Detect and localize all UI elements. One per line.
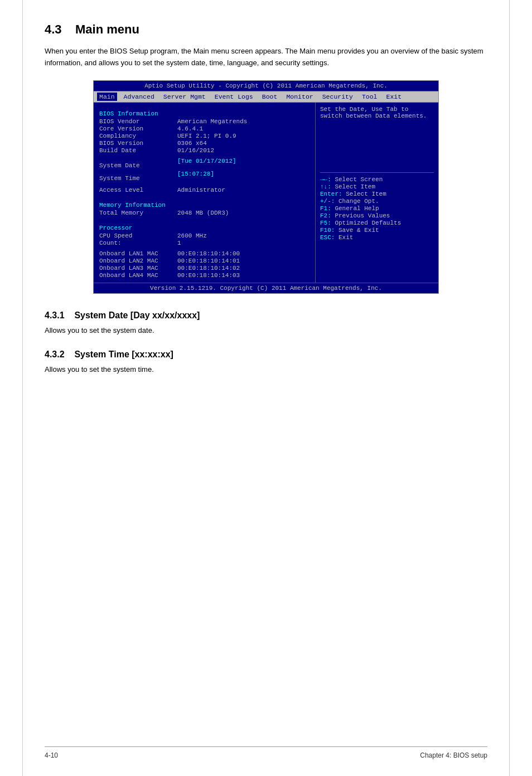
- access-level-row: Access Level Administrator: [99, 187, 309, 193]
- total-memory-row: Total Memory 2048 MB (DDR3): [99, 210, 309, 216]
- bios-menu-advanced[interactable]: Advanced: [122, 93, 157, 101]
- cpu-speed-val: 2600 MHz: [177, 232, 207, 239]
- total-memory-key: Total Memory: [99, 210, 177, 216]
- system-date-val: [Tue 01/17/2012]: [177, 158, 236, 170]
- section-number: 4.3: [45, 22, 62, 36]
- system-time-val: [15:07:28]: [177, 171, 214, 183]
- lan4-key: Onboard LAN4 MAC: [99, 272, 177, 279]
- bios-vendor-val: American Megatrends: [177, 118, 247, 125]
- nav-f1: F1: General Help: [320, 205, 434, 212]
- bios-vendor-key: BIOS Vendor: [99, 118, 177, 125]
- bios-version-val: 0306 x64: [177, 140, 207, 147]
- count-val: 1: [177, 240, 181, 246]
- compliancy-val: UEFI 2.1; PI 0.9: [177, 133, 236, 139]
- bios-help-line1: Set the Date, Use Tab to: [320, 106, 434, 113]
- system-date-key: System Date: [99, 162, 177, 169]
- bios-left-panel: BIOS Information BIOS Vendor American Me…: [94, 103, 316, 283]
- system-time-key: System Time: [99, 175, 177, 182]
- nav-f10: F10: Save & Exit: [320, 227, 434, 234]
- lan3-val: 00:E0:18:10:14:02: [177, 265, 240, 271]
- build-date-key: Build Date: [99, 147, 177, 154]
- bios-info-label: BIOS Information: [99, 110, 309, 117]
- system-date-row: System Date [Tue 01/17/2012]: [99, 158, 309, 170]
- lan1-row: Onboard LAN1 MAC 00:E0:18:10:14:00: [99, 250, 309, 257]
- core-version-row: Core Version 4.6.4.1: [99, 125, 309, 132]
- lan3-row: Onboard LAN3 MAC 00:E0:18:10:14:02: [99, 265, 309, 271]
- bios-nav-help: →←: Select Screen ↑↓: Select Item Enter:…: [320, 176, 434, 241]
- bios-menu-main[interactable]: Main: [97, 93, 117, 101]
- access-level-val: Administrator: [177, 187, 225, 193]
- subsection-432-title: 4.3.2 System Time [xx:xx:xx]: [45, 350, 487, 360]
- cpu-speed-key: CPU Speed: [99, 232, 177, 239]
- system-time-row: System Time [15:07:28]: [99, 171, 309, 183]
- lan2-row: Onboard LAN2 MAC 00:E0:18:10:14:01: [99, 258, 309, 264]
- bios-menu-boot[interactable]: Boot: [260, 93, 280, 101]
- subsection-432-desc: Allows you to set the system time.: [45, 364, 487, 376]
- bios-vendor-row: BIOS Vendor American Megatrends: [99, 118, 309, 125]
- nav-enter: Enter: Select Item: [320, 191, 434, 197]
- section-description: When you enter the BIOS Setup program, t…: [45, 46, 487, 69]
- lan1-key: Onboard LAN1 MAC: [99, 250, 177, 257]
- footer-page-number: 4-10: [45, 751, 58, 759]
- lan4-val: 00:E0:18:10:14:03: [177, 272, 240, 279]
- subsection-432-title-text: System Time [xx:xx:xx]: [74, 350, 173, 359]
- bios-version-row: BIOS Version 0306 x64: [99, 140, 309, 147]
- bios-menu-tool[interactable]: Tool: [360, 93, 380, 101]
- lan1-val: 00:E0:18:10:14:00: [177, 250, 240, 257]
- processor-label: Processor: [99, 225, 309, 231]
- bios-help-line2: switch between Data elements.: [320, 113, 434, 119]
- nav-change-opt: +/-: Change Opt.: [320, 198, 434, 205]
- bios-footer: Version 2.15.1219. Copyright (C) 2011 Am…: [94, 283, 438, 293]
- build-date-val: 01/16/2012: [177, 147, 214, 154]
- subsection-432-number: 4.3.2: [45, 350, 65, 359]
- subsection-432: 4.3.2 System Time [xx:xx:xx] Allows you …: [45, 350, 487, 376]
- bios-version-key: BIOS Version: [99, 140, 177, 147]
- subsection-431-title-text: System Date [Day xx/xx/xxxx]: [74, 311, 200, 320]
- compliancy-key: Compliancy: [99, 133, 177, 139]
- bios-menu-exit[interactable]: Exit: [384, 93, 404, 101]
- subsection-431: 4.3.1 System Date [Day xx/xx/xxxx] Allow…: [45, 311, 487, 337]
- lan2-val: 00:E0:18:10:14:01: [177, 258, 240, 264]
- footer-chapter-label: Chapter 4: BIOS setup: [420, 751, 487, 759]
- lan2-key: Onboard LAN2 MAC: [99, 258, 177, 264]
- bios-menu-monitor[interactable]: Monitor: [284, 93, 315, 101]
- bios-menu-security[interactable]: Security: [320, 93, 355, 101]
- bios-menu-event-logs[interactable]: Event Logs: [212, 93, 255, 101]
- memory-info-label: Memory Information: [99, 202, 309, 208]
- core-version-val: 4.6.4.1: [177, 125, 203, 132]
- page-footer: 4-10 Chapter 4: BIOS setup: [45, 746, 487, 759]
- nav-esc: ESC: Exit: [320, 234, 434, 241]
- lan4-row: Onboard LAN4 MAC 00:E0:18:10:14:03: [99, 272, 309, 279]
- nav-f2: F2: Previous Values: [320, 212, 434, 219]
- count-key: Count:: [99, 240, 177, 246]
- total-memory-val: 2048 MB (DDR3): [177, 210, 229, 216]
- subsection-431-desc: Allows you to set the system date.: [45, 325, 487, 337]
- section-title: 4.3 Main menu: [45, 22, 487, 37]
- access-level-key: Access Level: [99, 187, 177, 193]
- count-row: Count: 1: [99, 240, 309, 246]
- bios-title-bar: Aptio Setup Utility - Copyright (C) 2011…: [94, 81, 438, 91]
- bios-right-panel: Set the Date, Use Tab to switch between …: [316, 103, 438, 283]
- nav-select-screen: →←: Select Screen: [320, 176, 434, 183]
- bios-menu-bar: Main Advanced Server Mgmt Event Logs Boo…: [94, 91, 438, 103]
- nav-f5: F5: Optimized Defaults: [320, 220, 434, 226]
- compliancy-row: Compliancy UEFI 2.1; PI 0.9: [99, 133, 309, 139]
- cpu-speed-row: CPU Speed 2600 MHz: [99, 232, 309, 239]
- bios-menu-server-mgmt[interactable]: Server Mgmt: [161, 93, 208, 101]
- subsection-431-title: 4.3.1 System Date [Day xx/xx/xxxx]: [45, 311, 487, 321]
- nav-select-item: ↑↓: Select Item: [320, 183, 434, 190]
- bios-screenshot: Aptio Setup Utility - Copyright (C) 2011…: [93, 80, 439, 294]
- bios-content-area: BIOS Information BIOS Vendor American Me…: [94, 103, 438, 283]
- core-version-key: Core Version: [99, 125, 177, 132]
- build-date-row: Build Date 01/16/2012: [99, 147, 309, 154]
- subsection-431-number: 4.3.1: [45, 311, 65, 320]
- bios-help-text: Set the Date, Use Tab to switch between …: [320, 106, 434, 173]
- lan3-key: Onboard LAN3 MAC: [99, 265, 177, 271]
- section-title-text: Main menu: [75, 22, 139, 36]
